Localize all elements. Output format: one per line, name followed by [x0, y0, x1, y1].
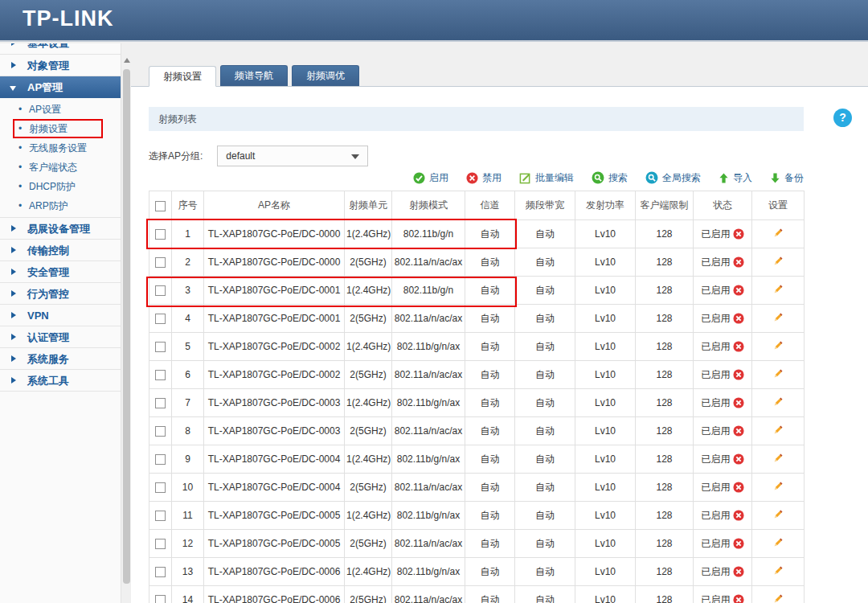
row-checkbox[interactable]: [155, 229, 166, 240]
edit-settings-button[interactable]: [772, 536, 784, 552]
row-checkbox[interactable]: [155, 511, 166, 521]
select-all-checkbox[interactable]: [155, 201, 166, 211]
status-badge: 已启用: [695, 425, 750, 438]
toolbar-button-搜索[interactable]: 搜索: [592, 171, 628, 185]
tab-频谱导航[interactable]: 频谱导航: [220, 65, 288, 86]
edit-settings-button[interactable]: [772, 311, 784, 326]
edit-settings-button[interactable]: [772, 396, 784, 411]
row-checkbox[interactable]: [155, 454, 166, 465]
chevron-down-icon: [10, 86, 16, 91]
edit-settings-button[interactable]: [772, 452, 784, 467]
ap-name-cell: TL-XAP1807GC-PoE/DC-0002: [204, 333, 345, 361]
bandwidth-cell: 自动: [515, 558, 575, 586]
help-button[interactable]: ?: [833, 109, 852, 127]
channel-cell: 自动: [465, 333, 515, 361]
row-checkbox[interactable]: [155, 342, 166, 352]
edit-settings-button[interactable]: [772, 508, 784, 523]
toolbar-button-启用[interactable]: 启用: [413, 171, 448, 185]
sidebar-item-认证管理[interactable]: 认证管理: [0, 326, 121, 348]
row-select-cell: [149, 445, 172, 474]
sidebar-item-系统工具[interactable]: 系统工具: [0, 370, 121, 392]
edit-settings-button[interactable]: [772, 480, 784, 495]
edit-settings-button[interactable]: [772, 424, 784, 439]
table-row: 14TL-XAP1807GC-PoE/DC-00062(5GHz)802.11a…: [149, 586, 805, 603]
edit-settings-button[interactable]: [772, 593, 784, 603]
toolbar-button-全局搜索[interactable]: 全局搜索: [645, 171, 701, 185]
status-badge: 已启用: [695, 340, 750, 354]
edit-settings-button[interactable]: [772, 227, 784, 242]
table-body: 1TL-XAP1807GC-PoE/DC-00001(2.4GHz)802.11…: [149, 220, 805, 603]
sidebar-item-basic-settings[interactable]: 基本设置: [0, 43, 121, 54]
tab-射频设置[interactable]: 射频设置: [149, 66, 216, 87]
row-checkbox[interactable]: [155, 539, 166, 549]
row-select-cell: [149, 586, 172, 603]
sidebar-item-VPN[interactable]: VPN: [0, 305, 121, 326]
row-select-cell: [149, 220, 172, 248]
row-checkbox[interactable]: [155, 567, 166, 577]
bandwidth-cell: 自动: [515, 445, 575, 474]
sidebar-item-AP管理[interactable]: AP管理: [0, 76, 121, 98]
sidebar-item-行为管控[interactable]: 行为管控: [0, 283, 121, 305]
edit-pencil-icon: [772, 452, 784, 465]
toolbar-button-导入[interactable]: 导入: [719, 171, 752, 185]
status-badge: 已启用: [695, 565, 750, 579]
row-checkbox[interactable]: [155, 595, 166, 603]
top-header-bar: TP-LINK: [0, 0, 868, 42]
edit-settings-button[interactable]: [772, 255, 784, 270]
ap-group-label: 选择AP分组:: [149, 150, 203, 163]
edit-settings-button[interactable]: [772, 564, 784, 580]
bullet-icon: •: [18, 196, 22, 215]
row-index-cell: 12: [172, 530, 204, 558]
client-limit-cell: 128: [636, 502, 694, 530]
column-header-设置: 设置: [752, 191, 805, 220]
row-index-cell: 11: [172, 502, 204, 530]
sidebar-item-系统服务[interactable]: 系统服务: [0, 348, 121, 370]
sidebar-subitem-DHCP防护[interactable]: •DHCP防护: [0, 177, 121, 196]
status-badge: 已启用: [695, 537, 750, 551]
table-toolbar: 启用禁用批量编辑搜索全局搜索导入备份: [149, 170, 804, 186]
toolbar-button-label: 全局搜索: [662, 171, 701, 185]
bandwidth-cell: 自动: [515, 220, 575, 248]
row-checkbox[interactable]: [155, 482, 166, 493]
row-checkbox[interactable]: [155, 314, 166, 324]
toolbar-button-备份[interactable]: 备份: [770, 171, 804, 185]
sidebar-item-clipped[interactable]: 基本设置: [0, 43, 121, 55]
sidebar-scrollbar[interactable]: [121, 43, 131, 603]
row-checkbox[interactable]: [155, 426, 166, 437]
edit-settings-button[interactable]: [772, 339, 784, 355]
tp-link-logo: TP-LINK: [0, 0, 868, 31]
table-row: 11TL-XAP1807GC-PoE/DC-00051(2.4GHz)802.1…: [149, 502, 805, 530]
toolbar-button-禁用[interactable]: 禁用: [466, 171, 502, 185]
sidebar-item-易展设备管理[interactable]: 易展设备管理: [0, 218, 121, 240]
toolbar-button-批量编辑[interactable]: 批量编辑: [519, 171, 574, 185]
sidebar-item-label: 认证管理: [27, 331, 69, 343]
edit-settings-button[interactable]: [772, 367, 784, 383]
sidebar-subitem-无线服务设置[interactable]: •无线服务设置: [0, 138, 121, 158]
scrollbar-thumb[interactable]: [123, 69, 130, 584]
edit-settings-button[interactable]: [772, 283, 784, 298]
status-badge: 已启用: [695, 256, 750, 269]
row-checkbox[interactable]: [155, 257, 166, 268]
ap-group-dropdown[interactable]: default: [217, 146, 368, 166]
row-checkbox[interactable]: [155, 370, 166, 380]
radio-mode-cell: 802.11a/n/ac/ax: [392, 474, 465, 502]
scroll-up-arrow-icon[interactable]: [124, 58, 130, 63]
sidebar-item-label: 系统工具: [27, 375, 69, 387]
tab-射频调优[interactable]: 射频调优: [292, 65, 359, 86]
chevron-right-icon: [11, 62, 16, 68]
sidebar-item-传输控制[interactable]: 传输控制: [0, 240, 121, 261]
row-checkbox[interactable]: [155, 398, 166, 408]
edit-pencil-icon: [772, 536, 784, 549]
client-limit-cell: 128: [636, 530, 694, 558]
row-checkbox[interactable]: [155, 285, 166, 296]
row-index-cell: 2: [172, 248, 204, 277]
sidebar-subitem-ARP防护[interactable]: •ARP防护: [0, 196, 121, 215]
sidebar-subitem-射频设置[interactable]: •射频设置: [13, 119, 103, 138]
sidebar-item-对象管理[interactable]: 对象管理: [0, 55, 121, 76]
sidebar-subitem-AP设置[interactable]: •AP设置: [0, 100, 121, 119]
sidebar-subitem-客户端状态[interactable]: •客户端状态: [0, 158, 121, 177]
channel-cell: 自动: [465, 220, 515, 248]
sidebar-item-安全管理[interactable]: 安全管理: [0, 261, 121, 283]
chevron-right-icon: [11, 355, 16, 362]
ap-name-cell: TL-XAP1807GC-PoE/DC-0006: [204, 558, 345, 586]
